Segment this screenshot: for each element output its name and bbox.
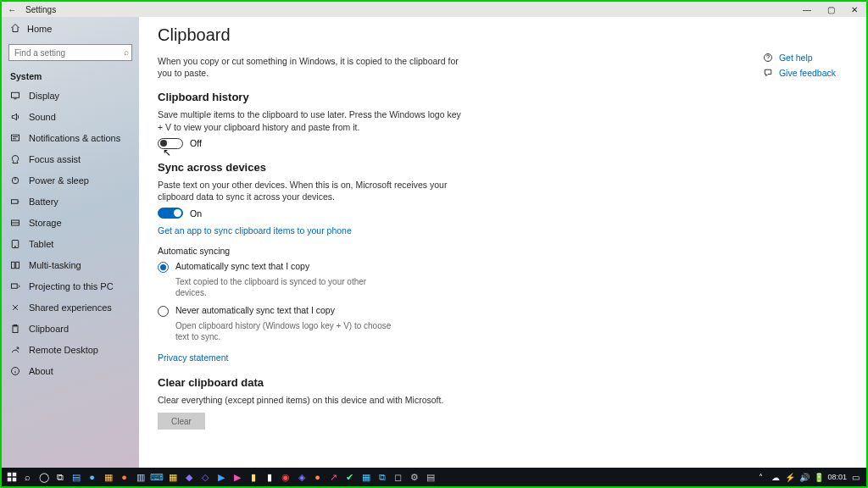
nav-item-display[interactable]: Display [2, 85, 139, 106]
tray-clock[interactable]: 08:01 [827, 473, 847, 481]
give-feedback-link[interactable]: Give feedback [779, 68, 836, 78]
pinned-app-17[interactable]: ↗ [326, 469, 342, 485]
nav-item-clipboard[interactable]: Clipboard [2, 318, 139, 339]
radio-auto-sync[interactable]: Automatically sync text that I copy [158, 261, 463, 273]
clear-button[interactable]: Clear [158, 413, 205, 430]
nav-item-project[interactable]: Projecting to this PC [2, 275, 139, 297]
nav-home[interactable]: Home [2, 17, 139, 41]
tray-volume-icon[interactable]: 🔊 [798, 473, 810, 482]
nav-item-label: Sound [29, 112, 56, 122]
nav-home-label: Home [27, 24, 52, 34]
pinned-app-19[interactable]: ▦ [358, 469, 374, 485]
system-tray[interactable]: ˄ ☁ ⚡ 🔊 🔋 08:01 ▭ [755, 473, 865, 482]
clear-desc: Clear everything (except pinned items) o… [158, 394, 463, 406]
pinned-app-2[interactable]: ● [84, 469, 100, 485]
svg-rect-0 [12, 92, 19, 97]
pinned-app-11[interactable]: ▶ [229, 469, 245, 485]
nav-item-label: Projecting to this PC [29, 281, 114, 291]
nav-item-notifications[interactable]: Notifications & actions [2, 127, 139, 148]
nav-item-multitask[interactable]: Multi-tasking [2, 254, 139, 275]
cortana-icon[interactable]: ◯ [36, 469, 52, 485]
pinned-app-6[interactable]: ⌨ [148, 469, 164, 485]
tray-wifi-icon[interactable]: ⚡ [784, 473, 795, 482]
nav-item-power[interactable]: Power & sleep [2, 169, 139, 191]
nav-item-label: Power & sleep [29, 175, 89, 186]
clear-heading: Clear clipboard data [158, 376, 463, 389]
privacy-link[interactable]: Privacy statement [158, 352, 228, 363]
titlebar: ← Settings ― ▢ ✕ [2, 2, 866, 17]
nav-item-label: Tablet [29, 239, 53, 249]
search-taskbar-icon[interactable]: ⌕ [19, 469, 36, 485]
pinned-app-7[interactable]: ▦ [164, 469, 181, 485]
pinned-app-9[interactable]: ◇ [197, 469, 213, 485]
project-icon [10, 281, 20, 291]
sync-toggle[interactable] [158, 208, 183, 219]
svg-rect-17 [12, 478, 16, 482]
aside-links: Get help Give feedback [763, 53, 836, 83]
tray-notifications-icon[interactable]: ▭ [850, 473, 861, 482]
pinned-app-22[interactable]: ⚙ [406, 469, 422, 485]
sync-app-link[interactable]: Get an app to sync clipboard items to yo… [158, 225, 352, 236]
sound-icon [10, 112, 20, 122]
shared-icon [10, 302, 20, 313]
pinned-app-3[interactable]: ▦ [100, 469, 116, 485]
pinned-app-5[interactable]: ▥ [132, 469, 148, 485]
focus-icon [10, 154, 20, 164]
window-title: Settings [22, 5, 795, 14]
pinned-app-14[interactable]: ◉ [277, 469, 293, 485]
close-button[interactable]: ✕ [843, 5, 866, 14]
task-view-icon[interactable]: ⧉ [52, 469, 68, 485]
back-button[interactable]: ← [2, 5, 22, 14]
nav-item-about[interactable]: About [2, 360, 139, 381]
taskbar[interactable]: ⌕ ◯ ⧉ ▤ ● ▦ ● ▥ ⌨ ▦ ◆ ◇ ▶ ▶ ▮ ▮ ◉ ◈ ● ↗ … [2, 468, 866, 486]
pinned-app-4[interactable]: ● [116, 469, 132, 485]
nav-item-label: Battery [29, 197, 58, 207]
svg-rect-16 [7, 478, 11, 482]
svg-rect-3 [12, 199, 19, 203]
nav-item-label: Storage [29, 218, 62, 228]
sync-heading: Sync across devices [158, 161, 463, 174]
radio-never-sync[interactable]: Never automatically sync text that I cop… [158, 305, 463, 317]
tray-chevron-icon[interactable]: ˄ [755, 473, 766, 482]
pinned-app-23[interactable]: ▤ [422, 469, 438, 485]
pinned-app-16[interactable]: ● [309, 469, 326, 485]
nav-item-label: Shared experiences [29, 302, 112, 313]
nav-item-focus[interactable]: Focus assist [2, 148, 139, 169]
sync-toggle-label: On [190, 208, 202, 219]
start-button[interactable] [3, 469, 19, 485]
svg-rect-14 [7, 473, 11, 477]
search-input[interactable] [8, 44, 132, 61]
nav-item-label: Clipboard [29, 324, 69, 334]
nav-item-remote[interactable]: Remote Desktop [2, 339, 139, 360]
nav-item-tablet[interactable]: Tablet [2, 233, 139, 254]
nav-item-shared[interactable]: Shared experiences [2, 297, 139, 318]
tray-cloud-icon[interactable]: ☁ [770, 473, 781, 482]
nav-item-battery[interactable]: Battery [2, 191, 139, 212]
minimize-button[interactable]: ― [795, 5, 819, 14]
pinned-app-20[interactable]: ⧉ [374, 469, 390, 485]
pinned-app-15[interactable]: ◈ [293, 469, 309, 485]
get-help-link[interactable]: Get help [779, 53, 813, 63]
radio-never-sync-label: Never automatically sync text that I cop… [175, 305, 335, 315]
radio-never-sync-hint: Open clipboard history (Windows logo key… [175, 320, 396, 342]
maximize-button[interactable]: ▢ [819, 5, 843, 14]
tray-battery-icon[interactable]: 🔋 [813, 473, 824, 482]
pinned-app-18[interactable]: ✔ [342, 469, 358, 485]
sidebar: Home ⌕ System DisplaySoundNotifications … [2, 17, 139, 468]
nav-item-label: Multi-tasking [29, 260, 81, 270]
radio-auto-sync-label: Automatically sync text that I copy [175, 261, 309, 271]
nav-item-storage[interactable]: Storage [2, 212, 139, 233]
pinned-app-21[interactable]: ◻ [390, 469, 406, 485]
pinned-app-8[interactable]: ◆ [181, 469, 197, 485]
pinned-app-12[interactable]: ▮ [245, 469, 261, 485]
svg-rect-15 [12, 473, 16, 477]
nav-item-label: About [29, 366, 53, 376]
pinned-app-13[interactable]: ▮ [261, 469, 277, 485]
history-toggle[interactable] [158, 138, 183, 149]
pinned-app-10[interactable]: ▶ [213, 469, 229, 485]
notifications-icon [10, 133, 20, 143]
nav-item-sound[interactable]: Sound [2, 106, 139, 127]
nav-item-label: Remote Desktop [29, 345, 98, 355]
display-icon [10, 91, 20, 101]
pinned-app-1[interactable]: ▤ [68, 469, 84, 485]
